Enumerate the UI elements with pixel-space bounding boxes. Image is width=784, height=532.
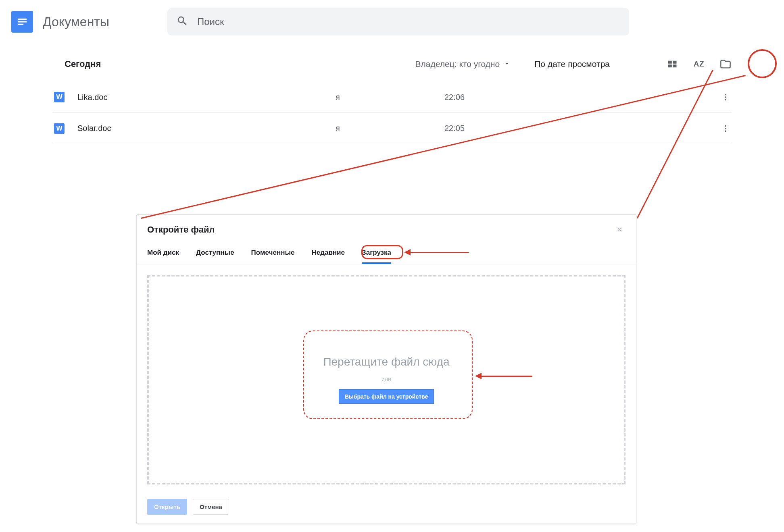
tab-shared[interactable]: Доступные <box>196 245 234 264</box>
grid-view-icon[interactable] <box>666 58 678 70</box>
file-row[interactable]: W Solar.doc я 22:05 <box>52 113 732 144</box>
svg-point-3 <box>725 94 726 96</box>
file-owner: я <box>336 124 444 133</box>
tab-upload[interactable]: Загрузка <box>362 245 391 264</box>
search-input[interactable] <box>197 16 620 27</box>
file-name: Solar.doc <box>77 124 336 133</box>
select-file-button[interactable]: Выбрать файл на устройстве <box>339 389 434 404</box>
section-heading: Сегодня <box>65 59 101 69</box>
file-list: W Lika.doc я 22:06 W Solar.doc я 22:05 <box>0 81 784 144</box>
owner-dropdown[interactable]: Владелец: кто угодно <box>415 59 511 69</box>
svg-rect-0 <box>18 19 27 20</box>
search-box[interactable] <box>167 8 629 35</box>
more-options-icon[interactable] <box>719 123 732 135</box>
dialog-title: Откройте файл <box>147 224 614 235</box>
file-owner: я <box>336 93 444 102</box>
svg-point-7 <box>725 128 726 129</box>
drop-zone-or: или <box>382 376 391 382</box>
file-time: 22:05 <box>444 124 565 133</box>
sort-az-icon[interactable]: AZ <box>693 58 705 70</box>
svg-rect-1 <box>18 21 27 22</box>
chevron-down-icon <box>504 59 510 69</box>
close-icon[interactable]: × <box>614 223 626 237</box>
filter-row: Сегодня Владелец: кто угодно По дате про… <box>0 43 784 81</box>
app-title: Документы <box>43 15 109 29</box>
more-options-icon[interactable] <box>719 91 732 103</box>
svg-point-6 <box>725 125 726 127</box>
word-doc-icon: W <box>54 92 65 102</box>
file-name: Lika.doc <box>77 93 336 102</box>
drop-zone[interactable]: Перетащите файл сюда или Выбрать файл на… <box>147 275 626 484</box>
owner-dropdown-label: Владелец: кто угодно <box>415 59 500 69</box>
tab-recent[interactable]: Недавние <box>311 245 345 264</box>
svg-rect-2 <box>18 24 23 25</box>
svg-point-5 <box>725 99 726 101</box>
open-file-dialog: Откройте файл × Мой диск Доступные Помеч… <box>136 214 636 524</box>
svg-point-8 <box>725 130 726 132</box>
file-row[interactable]: W Lika.doc я 22:06 <box>52 81 732 113</box>
dialog-tabs: Мой диск Доступные Помеченные Недавние З… <box>137 240 636 264</box>
tab-my-drive[interactable]: Мой диск <box>147 245 179 264</box>
sort-label[interactable]: По дате просмотра <box>534 59 610 69</box>
svg-point-4 <box>725 96 726 98</box>
folder-open-icon[interactable] <box>719 58 732 70</box>
word-doc-icon: W <box>54 123 65 134</box>
file-time: 22:06 <box>444 93 565 102</box>
open-button[interactable]: Открыть <box>147 499 187 515</box>
top-bar: Документы <box>0 0 784 43</box>
tab-starred[interactable]: Помеченные <box>251 245 295 264</box>
search-icon <box>176 15 188 29</box>
docs-logo-icon <box>11 11 33 33</box>
cancel-button[interactable]: Отмена <box>193 499 229 515</box>
drop-zone-title: Перетащите файл сюда <box>323 355 449 368</box>
